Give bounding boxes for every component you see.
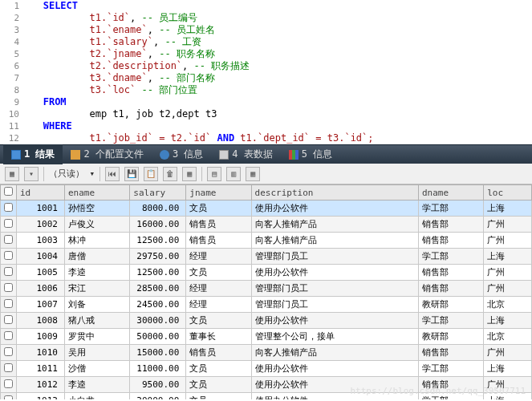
cell-ename[interactable]: 吴用 [65, 345, 130, 361]
cell-salary[interactable]: 12500.00 [130, 233, 186, 249]
cell-id[interactable]: 1013 [17, 393, 65, 400]
col-jname[interactable]: jname [186, 185, 251, 200]
cell-dname[interactable]: 销售部 [418, 265, 483, 281]
table-row[interactable]: 1010吴用15000.00销售员向客人推销产品销售部广州 [1, 345, 532, 361]
table-row[interactable]: 1012李逵9500.00文员使用办公软件销售部广州 [1, 377, 532, 393]
cell-description[interactable]: 使用办公软件 [251, 265, 418, 281]
cell-loc[interactable]: 广州 [484, 217, 532, 233]
cell-jname[interactable]: 文员 [186, 377, 251, 393]
cell-dname[interactable]: 销售部 [418, 377, 483, 393]
cell-id[interactable]: 1003 [17, 233, 65, 249]
row-checkbox[interactable] [1, 361, 17, 377]
row-checkbox[interactable] [1, 345, 17, 361]
cell-salary[interactable]: 30000.00 [130, 393, 186, 400]
cell-loc[interactable]: 广州 [484, 377, 532, 393]
cell-jname[interactable]: 文员 [186, 393, 251, 400]
cell-loc[interactable]: 上海 [484, 200, 532, 217]
tab-profiles[interactable]: 2 个配置文件 [63, 144, 151, 164]
row-checkbox[interactable] [1, 377, 17, 393]
cell-dname[interactable]: 学工部 [418, 313, 483, 329]
cell-jname[interactable]: 经理 [186, 281, 251, 297]
cell-dname[interactable]: 教研部 [418, 329, 483, 345]
cell-description[interactable]: 使用办公软件 [251, 200, 418, 217]
cell-loc[interactable]: 广州 [484, 233, 532, 249]
cell-loc[interactable]: 上海 [484, 393, 532, 400]
cell-description[interactable]: 向客人推销产品 [251, 217, 418, 233]
table-row[interactable]: 1011沙僧11000.00文员使用办公软件学工部上海 [1, 361, 532, 377]
cell-salary[interactable]: 29750.00 [130, 249, 186, 265]
cell-ename[interactable]: 李逵 [65, 265, 130, 281]
cell-ename[interactable]: 孙悟空 [65, 200, 130, 217]
cell-jname[interactable]: 销售员 [186, 233, 251, 249]
cell-id[interactable]: 1012 [17, 377, 65, 393]
tab-info[interactable]: 3 信息 [152, 144, 211, 164]
readonly-dropdown[interactable]: （只读） ▾ [49, 168, 95, 180]
cell-jname[interactable]: 销售员 [186, 217, 251, 233]
cell-ename[interactable]: 宋江 [65, 281, 130, 297]
cell-id[interactable]: 1002 [17, 217, 65, 233]
cell-dname[interactable]: 学工部 [418, 200, 483, 217]
cell-description[interactable]: 使用办公软件 [251, 377, 418, 393]
row-checkbox[interactable] [1, 233, 17, 249]
row-checkbox[interactable] [1, 281, 17, 297]
view3-button[interactable]: ▦ [246, 167, 260, 181]
cell-salary[interactable]: 24500.00 [130, 297, 186, 313]
tab-info2[interactable]: 5 信息 [281, 144, 340, 164]
row-checkbox[interactable] [1, 249, 17, 265]
view1-button[interactable]: ▤ [207, 167, 221, 181]
table-row[interactable]: 1001孙悟空8000.00文员使用办公软件学工部上海 [1, 200, 532, 217]
cell-dname[interactable]: 学工部 [418, 249, 483, 265]
table-row[interactable]: 1006宋江28500.00经理管理部门员工销售部广州 [1, 281, 532, 297]
refresh-button[interactable]: ▾ [24, 167, 39, 181]
cell-id[interactable]: 1010 [17, 345, 65, 361]
cell-jname[interactable]: 文员 [186, 200, 251, 217]
cell-ename[interactable]: 卢俊义 [65, 217, 130, 233]
cell-loc[interactable]: 上海 [484, 313, 532, 329]
table-row[interactable]: 1013小白龙30000.00文员使用办公软件学工部上海 [1, 393, 532, 400]
cell-jname[interactable]: 董事长 [186, 329, 251, 345]
cell-description[interactable]: 使用办公软件 [251, 313, 418, 329]
cell-description[interactable]: 使用办公软件 [251, 393, 418, 400]
cell-jname[interactable]: 文员 [186, 361, 251, 377]
cell-description[interactable]: 使用办公软件 [251, 361, 418, 377]
cell-salary[interactable]: 16000.00 [130, 217, 186, 233]
row-checkbox[interactable] [1, 329, 17, 345]
export-button[interactable]: ▦ [5, 167, 19, 181]
row-checkbox[interactable] [1, 313, 17, 329]
table-row[interactable]: 1009罗贯中50000.00董事长管理整个公司，接单教研部北京 [1, 329, 532, 345]
cell-dname[interactable]: 销售部 [418, 281, 483, 297]
col-id[interactable]: id [17, 185, 65, 200]
cell-salary[interactable]: 12500.00 [130, 265, 186, 281]
cell-jname[interactable]: 文员 [186, 265, 251, 281]
grid-button[interactable]: ▦ [182, 167, 197, 181]
cell-dname[interactable]: 销售部 [418, 217, 483, 233]
row-checkbox[interactable] [1, 200, 17, 217]
table-row[interactable]: 1004唐僧29750.00经理管理部门员工学工部上海 [1, 249, 532, 265]
cell-loc[interactable]: 北京 [484, 329, 532, 345]
cell-salary[interactable]: 30000.00 [130, 313, 186, 329]
col-ename[interactable]: ename [65, 185, 130, 200]
copy-button[interactable]: 📋 [144, 167, 158, 181]
col-loc[interactable]: loc [484, 185, 532, 200]
cell-dname[interactable]: 销售部 [418, 345, 483, 361]
cell-ename[interactable]: 林冲 [65, 233, 130, 249]
cell-salary[interactable]: 15000.00 [130, 345, 186, 361]
cell-jname[interactable]: 经理 [186, 297, 251, 313]
cell-description[interactable]: 管理部门员工 [251, 249, 418, 265]
cell-salary[interactable]: 8000.00 [130, 200, 186, 217]
cell-jname[interactable]: 文员 [186, 313, 251, 329]
cell-description[interactable]: 管理部门员工 [251, 297, 418, 313]
col-salary[interactable]: salary [130, 185, 186, 200]
cell-loc[interactable]: 广州 [484, 281, 532, 297]
row-checkbox[interactable] [1, 265, 17, 281]
cell-dname[interactable]: 销售部 [418, 233, 483, 249]
cell-salary[interactable]: 50000.00 [130, 329, 186, 345]
col-description[interactable]: description [251, 185, 418, 200]
table-row[interactable]: 1002卢俊义16000.00销售员向客人推销产品销售部广州 [1, 217, 532, 233]
row-checkbox[interactable] [1, 393, 17, 400]
row-checkbox[interactable] [1, 217, 17, 233]
cell-id[interactable]: 1009 [17, 329, 65, 345]
view2-button[interactable]: ▥ [226, 167, 241, 181]
cell-loc[interactable]: 广州 [484, 345, 532, 361]
cell-id[interactable]: 1008 [17, 313, 65, 329]
